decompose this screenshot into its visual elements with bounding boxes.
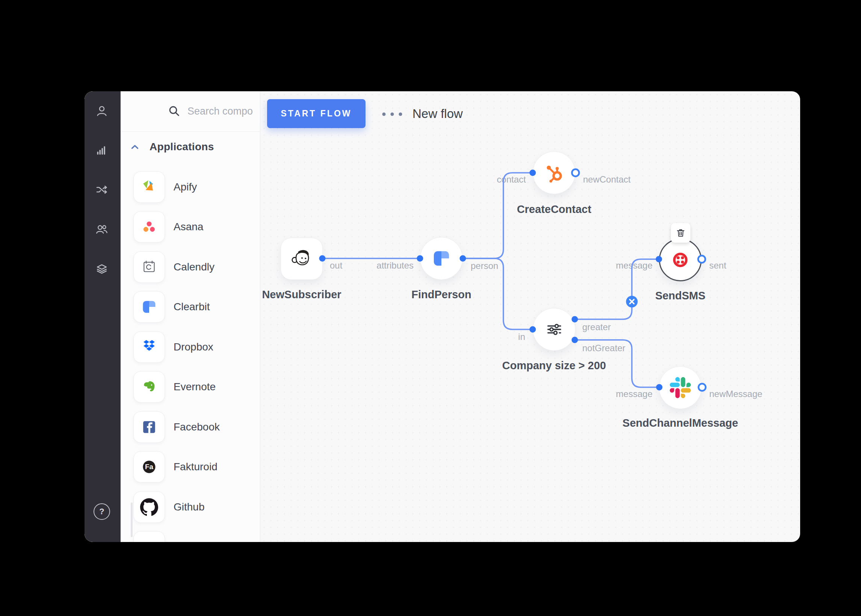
node-label: Company size > 200 bbox=[502, 360, 606, 372]
node-label: NewSubscriber bbox=[262, 289, 341, 301]
icon-rail: ? bbox=[85, 91, 121, 542]
port-label-notgreater: notGreater bbox=[582, 343, 625, 354]
port-label-newcontact: newContact bbox=[583, 174, 631, 185]
dropbox-icon bbox=[134, 331, 165, 363]
app-item-clearbit[interactable]: Clearbit bbox=[121, 291, 260, 327]
stage: ? Applications Apify bbox=[0, 0, 861, 616]
start-flow-button[interactable]: START FLOW bbox=[267, 99, 366, 128]
users-icon[interactable] bbox=[94, 222, 109, 237]
flow-canvas[interactable] bbox=[261, 91, 800, 542]
app-item-evernote[interactable]: Evernote bbox=[121, 371, 260, 407]
node-label: SendChannelMessage bbox=[622, 417, 738, 429]
node-findperson[interactable] bbox=[420, 237, 463, 280]
app-item-facebook[interactable]: Facebook bbox=[121, 411, 260, 447]
app-label: Asana bbox=[174, 221, 203, 233]
app-item-apify[interactable]: Apify bbox=[121, 171, 260, 207]
section-applications[interactable]: Applications bbox=[121, 136, 260, 157]
node-label: FindPerson bbox=[411, 289, 471, 301]
node-label: SendSMS bbox=[655, 289, 705, 302]
port-person bbox=[460, 255, 466, 262]
app-item-dropbox[interactable]: Dropbox bbox=[121, 331, 260, 367]
user-icon[interactable] bbox=[94, 103, 109, 118]
node-filter[interactable] bbox=[533, 308, 575, 351]
divider bbox=[121, 132, 260, 132]
port-label-contact: contact bbox=[497, 174, 526, 185]
facebook-icon bbox=[134, 411, 165, 443]
remove-connection-badge[interactable] bbox=[626, 296, 638, 308]
app-icon-partial bbox=[134, 531, 165, 542]
port-label-in: in bbox=[518, 332, 525, 342]
asana-icon bbox=[134, 211, 165, 243]
node-sendsms[interactable] bbox=[659, 239, 702, 281]
evernote-icon bbox=[134, 371, 165, 403]
port-newcontact bbox=[572, 170, 579, 176]
port-label-out: out bbox=[330, 260, 342, 271]
clearbit-icon bbox=[134, 291, 165, 323]
svg-text:Fa: Fa bbox=[145, 463, 153, 471]
clearbit-icon bbox=[431, 248, 452, 269]
flow-title: New flow bbox=[412, 107, 463, 121]
help-icon[interactable]: ? bbox=[94, 503, 110, 520]
port-label-person: person bbox=[471, 261, 498, 271]
filter-sliders-icon bbox=[543, 319, 565, 340]
apify-icon bbox=[134, 171, 165, 203]
hubspot-icon bbox=[543, 162, 565, 184]
app-label: Calendly bbox=[174, 261, 215, 273]
fakturoid-icon: Fa bbox=[134, 451, 165, 482]
port-greater bbox=[572, 316, 578, 323]
port-message-slack bbox=[656, 384, 663, 391]
app-label: Evernote bbox=[174, 381, 215, 393]
bar-chart-icon[interactable] bbox=[94, 143, 109, 158]
chevron-up-icon bbox=[129, 141, 140, 152]
search-icon bbox=[167, 104, 181, 118]
mailchimp-icon bbox=[289, 247, 314, 271]
port-newmessage bbox=[699, 384, 706, 391]
search-input[interactable] bbox=[187, 102, 253, 121]
app-label: Facebook bbox=[174, 421, 220, 433]
layers-icon[interactable] bbox=[94, 261, 109, 276]
search-row bbox=[121, 91, 260, 132]
port-notgreater bbox=[572, 337, 578, 343]
app-item-fakturoid[interactable]: Fa Fakturoid bbox=[121, 451, 260, 487]
port-label-attributes: attributes bbox=[376, 260, 413, 271]
components-panel: Applications Apify Asana bbox=[121, 91, 260, 542]
node-createcontact[interactable] bbox=[533, 151, 575, 194]
calendly-icon bbox=[134, 251, 165, 283]
app-label: Clearbit bbox=[174, 301, 210, 313]
more-options-icon[interactable] bbox=[380, 110, 404, 118]
app-label: Github bbox=[174, 501, 205, 513]
app-label: Apify bbox=[174, 181, 197, 193]
node-newsubscriber[interactable] bbox=[281, 238, 323, 280]
port-label-newmessage: newMessage bbox=[709, 389, 762, 399]
port-sent bbox=[698, 256, 705, 263]
section-label: Applications bbox=[149, 141, 214, 153]
port-label-message-slack: message bbox=[616, 389, 652, 399]
port-attributes bbox=[417, 255, 423, 262]
app-item-asana[interactable]: Asana bbox=[121, 211, 260, 247]
port-label-greater: greater bbox=[582, 322, 611, 332]
shuffle-icon[interactable] bbox=[94, 182, 109, 197]
app-item-calendly[interactable]: Calendly bbox=[121, 251, 260, 288]
app-label: Fakturoid bbox=[174, 461, 217, 473]
port-contact bbox=[529, 170, 536, 176]
panel-scrollbar[interactable] bbox=[131, 503, 133, 537]
twilio-icon bbox=[669, 249, 691, 271]
port-in bbox=[529, 327, 536, 333]
port-out bbox=[319, 255, 326, 262]
delete-node-button[interactable] bbox=[671, 223, 690, 243]
node-label: CreateContact bbox=[517, 203, 591, 215]
slack-icon bbox=[670, 377, 691, 398]
github-icon bbox=[134, 491, 165, 523]
port-label-sent: sent bbox=[709, 260, 726, 271]
app-label: Dropbox bbox=[174, 341, 214, 353]
trash-icon bbox=[676, 228, 686, 238]
port-message-sms bbox=[656, 256, 662, 262]
app-window: ? Applications Apify bbox=[85, 91, 800, 542]
app-item-github[interactable]: Github bbox=[121, 491, 260, 527]
app-item-partial[interactable] bbox=[121, 531, 260, 542]
node-sendchannelmessage[interactable] bbox=[659, 366, 702, 409]
